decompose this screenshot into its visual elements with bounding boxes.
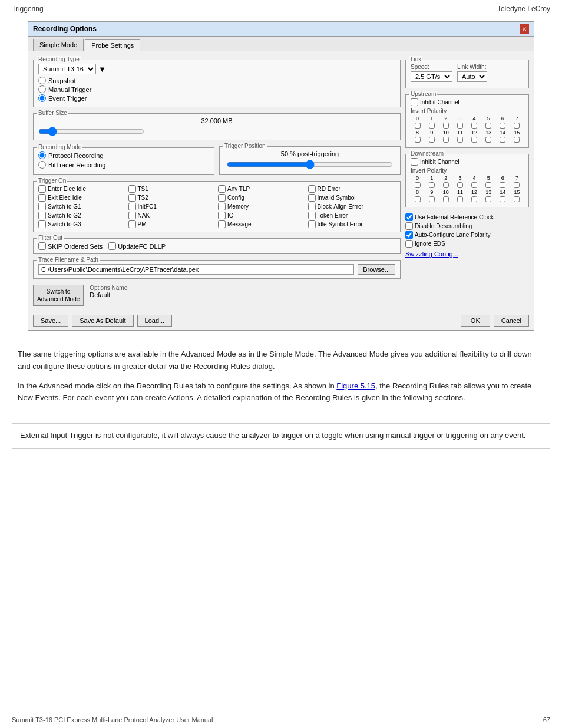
upstream-lane-9-check[interactable]	[429, 137, 435, 143]
save-as-default-button[interactable]: Save As Default	[72, 315, 133, 327]
header-left: Triggering	[12, 5, 44, 13]
upstream-lane-1-check[interactable]	[429, 123, 435, 129]
cancel-button[interactable]: Cancel	[494, 315, 529, 327]
downstream-lane-15-check[interactable]	[514, 196, 520, 202]
downstream-lane-checks-bottom	[411, 196, 524, 202]
upstream-lane-5-check[interactable]	[485, 123, 491, 129]
upstream-lane-7-check[interactable]	[514, 123, 520, 129]
downstream-lane-2-check[interactable]	[443, 182, 449, 188]
manual-trigger-label: Manual Trigger	[48, 86, 91, 93]
trigger-position-slider[interactable]	[227, 160, 393, 169]
options-name-label: Options Name	[90, 285, 127, 291]
upstream-lane-8-check[interactable]	[415, 137, 421, 143]
auto-configure-lane-check[interactable]	[405, 231, 413, 239]
page-content: Recording Options ✕ Simple Mode Probe Se…	[0, 15, 562, 460]
event-trigger-radio[interactable]	[38, 94, 46, 102]
downstream-inhibit-check[interactable]	[411, 158, 418, 166]
buffer-slider[interactable]	[38, 127, 144, 136]
upstream-lane-12-check[interactable]	[471, 137, 477, 143]
block-align-check[interactable]	[308, 203, 316, 210]
disable-descrambling-check[interactable]	[405, 222, 413, 230]
downstream-lane-5-check[interactable]	[485, 182, 491, 188]
browse-button[interactable]: Browse...	[358, 264, 395, 275]
recording-type-label: Recording Type	[37, 56, 81, 62]
io-check[interactable]	[218, 212, 226, 219]
downstream-lane-10-check[interactable]	[443, 196, 449, 202]
trace-path-input[interactable]	[38, 264, 354, 275]
upstream-lane-2-check[interactable]	[443, 123, 449, 129]
downstream-lane-4-check[interactable]	[471, 182, 477, 188]
use-external-ref-check[interactable]	[405, 213, 413, 221]
token-error-check[interactable]	[308, 212, 316, 219]
filter-updatefc-dllp: UpdateFC DLLP	[108, 242, 166, 250]
figure-5-15-link[interactable]: Figure 5.15	[336, 381, 375, 390]
upstream-lane-15-check[interactable]	[514, 137, 520, 143]
link-width-dropdown[interactable]: Auto	[457, 71, 487, 82]
snapshot-radio[interactable]	[38, 77, 46, 84]
downstream-lane-6-check[interactable]	[500, 182, 505, 188]
tab-simple-mode[interactable]: Simple Mode	[33, 39, 84, 51]
downstream-lane-3-check[interactable]	[457, 182, 463, 188]
updatefc-dllp-check[interactable]	[108, 242, 116, 250]
downstream-lane-11-check[interactable]	[457, 196, 463, 202]
ignore-eds-check[interactable]	[405, 240, 413, 248]
protocol-recording-radio[interactable]	[38, 151, 46, 159]
upstream-lane-10-check[interactable]	[443, 137, 449, 143]
trigger-enter-elec-idle: Enter Elec Idle	[38, 185, 126, 193]
message-check[interactable]	[218, 220, 226, 228]
swizzling-config-link[interactable]: Swizzling Config...	[405, 251, 529, 258]
downstream-lane-7-check[interactable]	[514, 182, 520, 188]
body-paragraph-1: The same triggering options are availabl…	[18, 348, 544, 373]
switch-advanced-mode-button[interactable]: Switch toAdvanced Mode	[33, 285, 84, 306]
skip-ordered-sets-check[interactable]	[38, 242, 46, 250]
upstream-lane-13-check[interactable]	[485, 137, 491, 143]
upstream-lane-14-check[interactable]	[500, 137, 505, 143]
switch-g3-check[interactable]	[38, 220, 46, 228]
ts2-check[interactable]	[128, 194, 136, 202]
event-trigger-label: Event Trigger	[48, 95, 87, 102]
right-panel: Link Speed: 2.5 GT/s Link Width: Auto	[405, 56, 529, 306]
switch-g1-check[interactable]	[38, 203, 46, 210]
device-dropdown[interactable]: Summit T3-16	[38, 64, 96, 74]
speed-dropdown[interactable]: 2.5 GT/s	[411, 71, 452, 82]
any-tlp-check[interactable]	[218, 185, 226, 193]
tab-probe-settings[interactable]: Probe Settings	[85, 39, 140, 51]
ts1-check[interactable]	[128, 185, 136, 193]
rd-error-check[interactable]	[308, 185, 316, 193]
dialog-titlebar: Recording Options ✕	[28, 22, 534, 37]
nak-check[interactable]	[128, 212, 136, 219]
upstream-lane-0-check[interactable]	[415, 123, 421, 129]
switch-g2-check[interactable]	[38, 212, 46, 219]
pm-check[interactable]	[128, 220, 136, 228]
downstream-lane-1-check[interactable]	[429, 182, 435, 188]
downstream-lane-13-check[interactable]	[485, 196, 491, 202]
exit-elec-idle-check[interactable]	[38, 194, 46, 202]
save-button[interactable]: Save...	[33, 315, 68, 327]
options-section: Switch toAdvanced Mode Options Name Defa…	[33, 285, 401, 306]
load-button[interactable]: Load...	[137, 315, 173, 327]
downstream-lane-14-check[interactable]	[500, 196, 505, 202]
upstream-lane-11-check[interactable]	[457, 137, 463, 143]
ok-button[interactable]: OK	[461, 315, 490, 327]
upstream-lane-4-check[interactable]	[471, 123, 477, 129]
initfc1-check[interactable]	[128, 203, 136, 210]
downstream-lane-9-check[interactable]	[429, 196, 435, 202]
enter-elec-idle-check[interactable]	[38, 185, 46, 193]
downstream-lane-8-check[interactable]	[415, 196, 421, 202]
upstream-inhibit-check[interactable]	[411, 98, 418, 106]
downstream-lane-0-check[interactable]	[415, 182, 421, 188]
downstream-lane-12-check[interactable]	[471, 196, 477, 202]
invalid-symbol-check[interactable]	[308, 194, 316, 202]
downstream-lane-headers-top: 0 1 2 3 4 5 6 7	[411, 175, 524, 181]
memory-check[interactable]	[218, 203, 226, 210]
dialog-close-button[interactable]: ✕	[520, 24, 529, 34]
upstream-lane-3-check[interactable]	[457, 123, 463, 129]
idle-symbol-error-check[interactable]	[308, 220, 316, 228]
config-check[interactable]	[218, 194, 226, 202]
manual-trigger-radio[interactable]	[38, 85, 46, 93]
buffer-slider-container	[38, 127, 395, 136]
upstream-lane-6-check[interactable]	[500, 123, 505, 129]
bittracer-recording-radio[interactable]	[38, 161, 46, 169]
upstream-lane-checks-bottom	[411, 137, 524, 143]
upstream-section: Upstream Inhibit Channel Invert Polarity…	[405, 94, 529, 148]
